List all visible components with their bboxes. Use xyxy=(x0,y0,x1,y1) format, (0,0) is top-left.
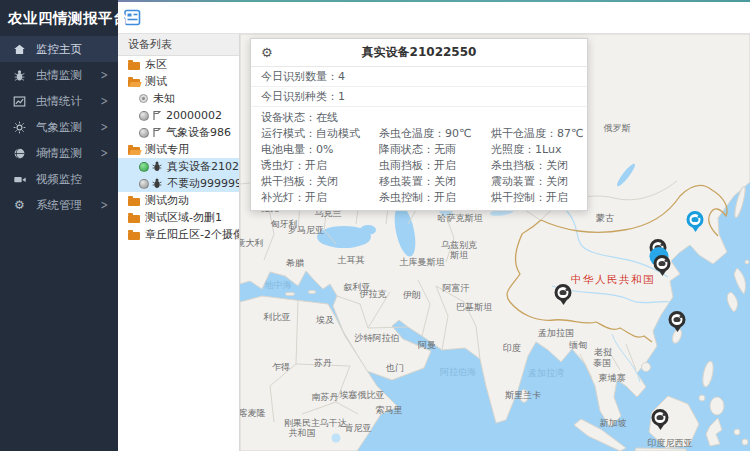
popup-grid-cell: 烘干挡板：关闭 xyxy=(251,174,369,190)
chevron-right-icon: > xyxy=(100,95,108,108)
popup-grid-row: 烘干挡板：关闭移虫装置：关闭震动装置：关闭 xyxy=(251,174,587,190)
status-dot-offline xyxy=(139,111,149,121)
popup-grid-cell: 杀虫仓温度：90℃ xyxy=(369,126,481,142)
popup-status-grid: 设备状态：在线运行模式：自动模式杀虫仓温度：90℃烘干仓温度：87℃电池电量：0… xyxy=(251,107,587,210)
tree-node-label: 气象设备986 xyxy=(166,125,231,140)
device-list-header: 设备列表 xyxy=(118,34,239,56)
globe-icon xyxy=(12,146,27,161)
popup-summary: 今日识别数量：4今日识别种类：1 xyxy=(251,67,587,107)
sidebar-item-虫情统计[interactable]: 虫情统计> xyxy=(0,88,118,114)
tree-node-label: 测试专用 xyxy=(145,142,189,157)
sidebar-item-虫情监测[interactable]: 虫情监测> xyxy=(0,62,118,88)
topbar xyxy=(118,0,750,34)
tree-node-label: 测试勿动 xyxy=(145,193,189,208)
tree-folder-章丘阳丘区-2个摄像头[interactable]: 章丘阳丘区-2个摄像头 xyxy=(118,226,239,243)
device-list-panel: 设备列表 东区测试未知20000002气象设备986测试专用真实设备210225… xyxy=(118,34,240,451)
status-dot-offline xyxy=(139,128,149,138)
insect-device-icon xyxy=(152,178,162,189)
tree-node-label: 测试区域-勿删1 xyxy=(145,210,222,225)
popup-grid-row: 电池电量：0%降雨状态：无雨光照度：1Lux xyxy=(251,142,587,158)
topbar-accent-line xyxy=(118,0,750,2)
sidebar-item-监控主页[interactable]: 监控主页 xyxy=(0,36,118,62)
tree-node-label: 真实设备21022550 xyxy=(167,159,239,174)
chevron-right-icon: > xyxy=(100,69,108,82)
insect-device-icon xyxy=(152,161,162,172)
sidebar-item-label: 视频监控 xyxy=(36,172,118,187)
chevron-right-icon: > xyxy=(100,199,108,212)
tree-node-label: 20000002 xyxy=(166,109,222,122)
popup-grid-cell: 光照度：1Lux xyxy=(481,142,587,158)
device-marker[interactable] xyxy=(652,409,669,434)
popup-grid-cell: 虫雨挡板：开启 xyxy=(369,158,481,174)
tree-device-未知[interactable]: 未知 xyxy=(118,90,239,107)
tree-folder-东区[interactable]: 东区 xyxy=(118,56,239,73)
popup-grid-row: 补光灯：开启杀虫控制：开启烘干控制：开启 xyxy=(251,190,587,206)
popup-grid-cell xyxy=(369,110,481,126)
tree-device-20000002[interactable]: 20000002 xyxy=(118,107,239,124)
tree-device-真实设备21022550[interactable]: 真实设备21022550 xyxy=(118,158,239,175)
app-title: 农业四情测报平台 xyxy=(0,0,118,36)
tree-node-label: 未知 xyxy=(153,91,175,106)
insect-glyph-icon xyxy=(560,290,567,295)
video-icon xyxy=(12,172,27,187)
sidebar-item-label: 墒情监测 xyxy=(36,146,100,161)
sidebar-item-气象监测[interactable]: 气象监测> xyxy=(0,114,118,140)
folder-closed-icon xyxy=(128,62,140,70)
popup-grid-cell: 移虫装置：关闭 xyxy=(369,174,481,190)
device-halo-marker[interactable] xyxy=(654,255,671,280)
pin-tail xyxy=(673,326,681,336)
tree-folder-测试专用[interactable]: 测试专用 xyxy=(118,141,239,158)
popup-grid-cell: 烘干控制：开启 xyxy=(481,190,587,206)
tree-folder-测试勿动[interactable]: 测试勿动 xyxy=(118,192,239,209)
sidebar-item-label: 虫情监测 xyxy=(36,68,100,83)
popup-grid-cell: 震动装置：关闭 xyxy=(481,174,587,190)
pin-tail xyxy=(691,226,699,236)
sidebar: 农业四情测报平台 监控主页虫情监测>虫情统计>气象监测>墒情监测>视频监控⚙系统… xyxy=(0,0,118,451)
sidebar-item-label: 监控主页 xyxy=(36,42,118,57)
chevron-right-icon: > xyxy=(100,121,108,134)
folder-open-icon xyxy=(128,79,140,87)
popup-grid-cell: 杀虫挡板：关闭 xyxy=(481,158,587,174)
popup-grid-cell: 运行模式：自动模式 xyxy=(251,126,369,142)
popup-grid-cell: 杀虫控制：开启 xyxy=(369,190,481,206)
popup-grid-cell: 电池电量：0% xyxy=(251,142,369,158)
tree-node-label: 东区 xyxy=(145,57,167,72)
insect-glyph-icon xyxy=(659,261,666,266)
tree-device-不要动99999999[interactable]: 不要动99999999 xyxy=(118,175,239,192)
status-dot-online xyxy=(139,162,149,172)
insect-icon xyxy=(12,68,27,83)
popup-grid-cell: 诱虫灯：开启 xyxy=(251,158,369,174)
popup-grid-row: 运行模式：自动模式杀虫仓温度：90℃烘干仓温度：87℃ xyxy=(251,126,587,142)
insect-glyph-icon xyxy=(692,217,699,222)
sidebar-item-墒情监测[interactable]: 墒情监测> xyxy=(0,140,118,166)
status-dot-offline xyxy=(139,179,149,189)
folder-closed-icon xyxy=(128,215,140,223)
popup-summary-row: 今日识别数量：4 xyxy=(251,67,587,87)
tree-folder-测试区域-勿删1[interactable]: 测试区域-勿删1 xyxy=(118,209,239,226)
sidebar-item-系统管理[interactable]: ⚙系统管理> xyxy=(0,192,118,218)
selected-device-marker[interactable] xyxy=(687,211,704,236)
pin-tail xyxy=(559,299,567,309)
weather-icon xyxy=(12,120,27,135)
popup-grid-cell: 烘干仓温度：87℃ xyxy=(481,126,587,142)
chart-icon xyxy=(12,94,27,109)
popup-grid-cell: 降雨状态：无雨 xyxy=(369,142,481,158)
location-disc-icon xyxy=(139,94,148,103)
tree-device-气象设备986[interactable]: 气象设备986 xyxy=(118,124,239,141)
folder-closed-icon xyxy=(128,232,140,240)
device-tree: 东区测试未知20000002气象设备986测试专用真实设备21022550不要动… xyxy=(118,56,239,243)
tree-node-label: 不要动99999999 xyxy=(167,176,239,191)
sidebar-item-视频监控[interactable]: 视频监控 xyxy=(0,166,118,192)
tree-folder-测试[interactable]: 测试 xyxy=(118,73,239,90)
device-marker[interactable] xyxy=(669,311,686,336)
sidebar-menu: 监控主页虫情监测>虫情统计>气象监测>墒情监测>视频监控⚙系统管理> xyxy=(0,36,118,218)
chevron-right-icon: > xyxy=(100,147,108,160)
pin-tail xyxy=(658,270,666,280)
device-marker[interactable] xyxy=(555,284,572,309)
tree-node-label: 测试 xyxy=(145,74,167,89)
settings-gear-icon[interactable]: ⚙ xyxy=(261,39,273,66)
device-info-popup: ⚙ 真实设备21022550 今日识别数量：4今日识别种类：1 设备状态：在线运… xyxy=(250,38,588,211)
weather-station-icon xyxy=(152,127,161,138)
gear-icon: ⚙ xyxy=(12,198,27,213)
folder-open-icon xyxy=(128,147,140,155)
